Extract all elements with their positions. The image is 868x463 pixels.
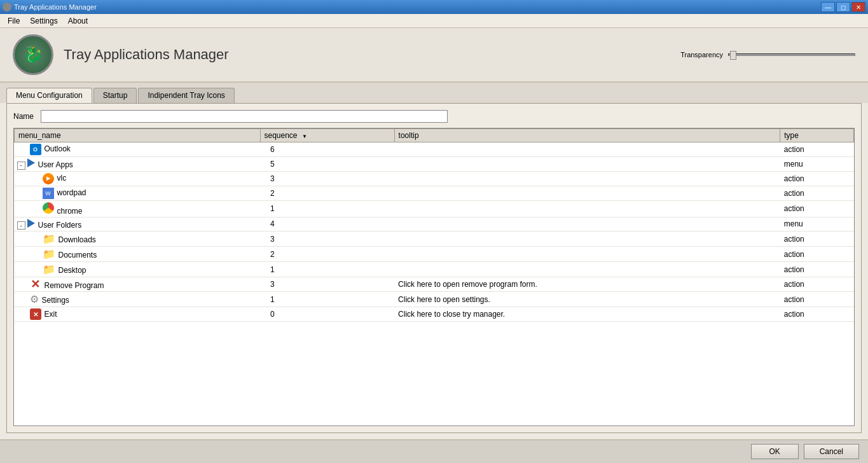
row-label: chrome	[57, 207, 83, 216]
transparency-slider-track[interactable]	[728, 53, 855, 56]
row-label: Documents	[59, 251, 97, 259]
col-header-type[interactable]: type	[780, 129, 854, 142]
cell-type: action	[780, 232, 854, 247]
cell-type: menu	[780, 217, 854, 232]
app-title: Tray Applications Manager	[64, 46, 229, 63]
cell-type: action	[780, 277, 854, 292]
table-row[interactable]: -User Folders4menu	[15, 217, 854, 232]
cell-sequence: 1	[260, 262, 394, 277]
menu-settings[interactable]: Settings	[25, 15, 62, 27]
table-row[interactable]: 📁Downloads3action	[15, 232, 854, 247]
name-input[interactable]	[41, 110, 448, 123]
row-label: Remove Program	[45, 281, 104, 290]
cell-name: 📁Desktop	[15, 262, 261, 277]
cell-sequence: 2	[260, 186, 394, 200]
cell-sequence: 4	[260, 217, 394, 232]
cell-name: ▶vlc	[15, 171, 261, 186]
row-label: User Apps	[38, 160, 73, 169]
cell-sequence: 1	[260, 200, 394, 217]
cell-tooltip: Click here to open remove program form.	[394, 277, 780, 292]
title-bar-controls: — ◻ ✕	[821, 2, 865, 12]
tab-startup[interactable]: Startup	[93, 88, 137, 103]
table-container: menu_name sequence ▼ tooltip type	[13, 128, 855, 426]
folder-icon: 📁	[43, 266, 55, 275]
title-bar-text: Tray Applications Manager	[14, 3, 821, 11]
tab-menu-configuration[interactable]: Menu Configuration	[6, 88, 92, 103]
row-label: User Folders	[38, 221, 82, 230]
restore-button[interactable]: ◻	[836, 2, 850, 12]
table-row[interactable]: 📁Documents2action	[15, 247, 854, 262]
cell-tooltip	[394, 142, 780, 157]
row-label: Downloads	[59, 235, 96, 244]
folder-icon: 📁	[43, 235, 55, 244]
cancel-button[interactable]: Cancel	[804, 444, 859, 459]
table-row[interactable]: 📁Desktop1action	[15, 262, 854, 277]
tree-toggle[interactable]: -	[17, 162, 25, 170]
outlook-icon: O	[30, 144, 41, 153]
folder-icon: 📁	[43, 251, 55, 259]
cell-name: chrome	[15, 200, 261, 217]
cell-tooltip	[394, 200, 780, 217]
sort-arrow-icon: ▼	[302, 134, 307, 139]
cell-tooltip: Click here to open settings.	[394, 292, 780, 307]
table-row[interactable]: ▶vlc3action	[15, 171, 854, 186]
cell-sequence: 0	[260, 307, 394, 322]
cell-name: 📁Documents	[15, 247, 261, 262]
row-label: Settings	[42, 296, 69, 305]
table-row[interactable]: chrome1action	[15, 200, 854, 217]
tree-toggle[interactable]: -	[17, 221, 25, 230]
cell-name: ✕Exit	[15, 307, 261, 322]
menu-table: menu_name sequence ▼ tooltip type	[14, 128, 854, 322]
cell-name: ✕Remove Program	[15, 277, 261, 292]
cell-tooltip	[394, 247, 780, 262]
ok-button[interactable]: OK	[751, 444, 799, 459]
transparency-slider-thumb[interactable]	[730, 51, 736, 60]
col-header-tooltip[interactable]: tooltip	[394, 129, 780, 142]
cell-type: action	[780, 200, 854, 217]
content-area: Name menu_name sequence ▼ too	[6, 103, 862, 433]
col-header-menu-name[interactable]: menu_name	[15, 129, 261, 142]
play-icon	[27, 221, 35, 230]
table-row[interactable]: ⚙Settings1Click here to open settings.ac…	[15, 292, 854, 307]
row-label: Desktop	[59, 266, 86, 275]
table-row[interactable]: Wwordpad2action	[15, 186, 854, 200]
cell-sequence: 3	[260, 171, 394, 186]
cell-tooltip	[394, 232, 780, 247]
name-label: Name	[13, 112, 36, 121]
cell-name: Wwordpad	[15, 186, 261, 200]
row-label: wordpad	[57, 188, 86, 197]
tab-independent-tray-icons[interactable]: Indipendent Tray Icons	[138, 88, 234, 103]
remove-icon: ✕	[30, 281, 41, 290]
table-row[interactable]: ✕Remove Program3Click here to open remov…	[15, 277, 854, 292]
cell-name: 📁Downloads	[15, 232, 261, 247]
cell-type: action	[780, 307, 854, 322]
cell-tooltip: Click here to close try manager.	[394, 307, 780, 322]
play-icon	[27, 160, 35, 169]
wordpad-icon: W	[43, 188, 54, 197]
row-label: Outlook	[45, 144, 71, 153]
cell-tooltip	[394, 217, 780, 232]
cell-name: ⚙Settings	[15, 292, 261, 307]
close-button[interactable]: ✕	[851, 2, 865, 12]
cell-name: OOutlook	[15, 142, 261, 157]
cell-type: action	[780, 292, 854, 307]
minimize-button[interactable]: —	[821, 2, 835, 12]
cell-tooltip	[394, 171, 780, 186]
col-header-sequence[interactable]: sequence ▼	[260, 129, 394, 142]
cell-tooltip	[394, 186, 780, 200]
table-row[interactable]: ✕Exit0Click here to close try manager.ac…	[15, 307, 854, 322]
title-bar: Tray Applications Manager — ◻ ✕	[0, 0, 868, 14]
chrome-icon	[43, 207, 54, 216]
transparency-label: Transparency	[680, 51, 723, 59]
cell-type: action	[780, 247, 854, 262]
exit-icon: ✕	[30, 310, 41, 319]
tabs: Menu Configuration Startup Indipendent T…	[0, 83, 868, 103]
table-row[interactable]: -User Apps5menu	[15, 157, 854, 172]
table-header-row: menu_name sequence ▼ tooltip type	[15, 129, 854, 142]
menu-bar: File Settings About	[0, 14, 868, 28]
menu-file[interactable]: File	[3, 15, 25, 27]
table-row[interactable]: OOutlook6action	[15, 142, 854, 157]
main-window: 🐉 Tray Applications Manager Transparency…	[0, 28, 868, 463]
menu-about[interactable]: About	[63, 15, 93, 27]
cell-name: -User Folders	[15, 217, 261, 232]
